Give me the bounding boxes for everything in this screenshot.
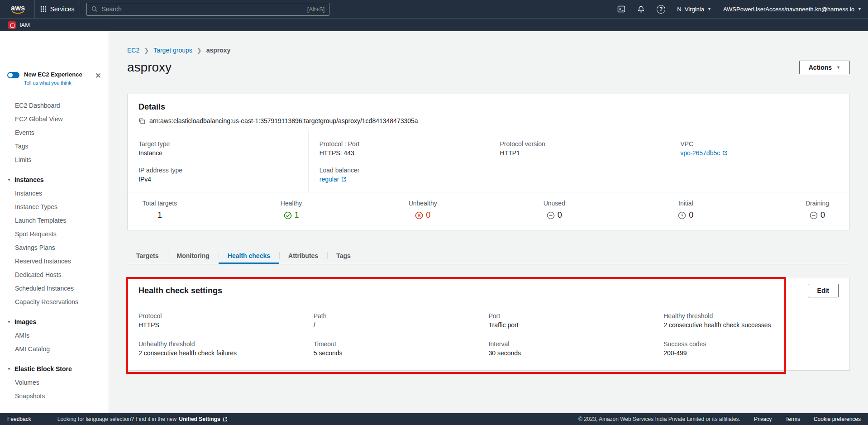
edit-label: Edit <box>817 287 829 294</box>
breadcrumb-ec2[interactable]: EC2 <box>127 47 139 54</box>
breadcrumb-current: asproxy <box>206 47 231 54</box>
search-shortcut-hint: [Alt+S] <box>307 6 325 13</box>
vpc-link[interactable]: vpc-2657db5c <box>680 149 720 157</box>
aws-logo[interactable]: aws <box>6 4 30 14</box>
field-label: Unhealthy threshold <box>138 340 314 348</box>
cookie-preferences-link[interactable]: Cookie preferences <box>814 416 861 422</box>
chevron-down-icon: ▼ <box>7 320 11 324</box>
field-label: Protocol version <box>500 140 658 148</box>
field-interval: Interval 30 seconds <box>489 340 664 357</box>
privacy-link[interactable]: Privacy <box>754 416 772 422</box>
copy-icon[interactable] <box>138 118 145 124</box>
field-label: VPC <box>680 140 839 148</box>
field-value: 30 seconds <box>489 349 664 357</box>
actions-button[interactable]: Actions ▼ <box>799 61 850 74</box>
tell-us-link[interactable]: Tell us what you think <box>24 80 82 86</box>
arn-value: arn:aws:elasticloadbalancing:us-east-1:3… <box>149 117 418 124</box>
field-ip-address-type: IP address type IPv4 <box>138 167 297 183</box>
tab-monitoring[interactable]: Monitoring <box>168 248 219 264</box>
tab-targets[interactable]: Targets <box>127 248 168 264</box>
favorites-bar: IAM <box>0 18 868 31</box>
sidebar-item-dedicated-hosts[interactable]: Dedicated Hosts <box>0 268 109 282</box>
sidebar-item-instance-types[interactable]: Instance Types <box>0 200 109 214</box>
sidebar-item-capacity-reservations[interactable]: Capacity Reservations <box>0 295 109 309</box>
feedback-link[interactable]: Feedback <box>7 416 31 422</box>
top-navigation: aws Services [Alt+S] ? <box>0 0 868 18</box>
unified-settings-link[interactable]: Unified Settings <box>179 416 220 422</box>
sidebar-item-ami-catalog[interactable]: AMI Catalog <box>0 342 109 356</box>
minus-circle-icon <box>547 211 555 220</box>
stat-healthy: Healthy 1 <box>272 200 311 220</box>
stat-initial: Initial 0 <box>666 200 705 220</box>
field-value: HTTP1 <box>500 149 658 157</box>
details-card: Details arn:aws:elasticloadbalancing:us-… <box>127 94 850 230</box>
sidebar-item-reserved-instances[interactable]: Reserved Instances <box>0 254 109 268</box>
load-balancer-link[interactable]: regular <box>320 176 339 183</box>
sidebar-item-amis[interactable]: AMIs <box>0 329 109 342</box>
sidebar-section-elastic-block-store[interactable]: ▼ Elastic Block Store <box>0 362 109 376</box>
stat-label: Draining <box>806 200 829 207</box>
iam-favorite-link[interactable]: IAM <box>19 22 30 29</box>
external-link-icon <box>722 150 728 156</box>
close-icon[interactable]: ✕ <box>95 72 101 80</box>
tab-attributes[interactable]: Attributes <box>279 248 327 264</box>
field-protocol-version: Protocol version HTTP1 <box>500 140 658 157</box>
search-input[interactable] <box>101 5 303 13</box>
clock-icon <box>678 211 686 220</box>
health-check-grid: Protocol HTTPS Path / Port Traffic port … <box>128 303 849 370</box>
stat-label: Unused <box>544 200 565 207</box>
cloudshell-icon <box>617 5 625 13</box>
sidebar-item-instances[interactable]: Instances <box>0 186 109 200</box>
help-icon: ? <box>657 5 665 14</box>
sidebar-item-events[interactable]: Events <box>0 126 109 139</box>
edit-button[interactable]: Edit <box>808 284 839 297</box>
aws-logo-text: aws <box>11 5 25 11</box>
region-selector[interactable]: N. Virginia ▼ <box>677 6 711 13</box>
sidebar-section-label: Elastic Block Store <box>14 365 72 372</box>
stat-label: Total targets <box>143 200 177 207</box>
chevron-down-icon: ▼ <box>858 7 862 11</box>
sidebar-item-ec2-dashboard[interactable]: EC2 Dashboard <box>0 99 109 112</box>
cloudshell-button[interactable] <box>617 5 625 13</box>
details-column-1: Target type Instance IP address type IPv… <box>128 131 308 192</box>
tab-tags[interactable]: Tags <box>327 248 360 264</box>
sidebar-section-images[interactable]: ▼ Images <box>0 315 109 329</box>
field-value: regular <box>320 176 478 183</box>
new-ec2-experience-text: New EC2 Experience Tell us what you thin… <box>24 71 82 86</box>
bell-icon <box>637 5 645 13</box>
footer-left: Feedback Looking for language selection?… <box>7 416 228 422</box>
services-menu-button[interactable]: Services <box>34 0 81 18</box>
sidebar-item-savings-plans[interactable]: Savings Plans <box>0 241 109 254</box>
sidebar-item-limits[interactable]: Limits <box>0 153 109 167</box>
sidebar-section-instances[interactable]: ▼ Instances <box>0 173 109 186</box>
field-load-balancer: Load balancer regular <box>320 167 478 183</box>
details-column-4: VPC vpc-2657db5c <box>669 131 849 192</box>
search-box[interactable]: [Alt+S] <box>86 3 329 16</box>
sidebar-item-scheduled-instances[interactable]: Scheduled Instances <box>0 282 109 295</box>
page-header: asproxy Actions ▼ <box>127 60 850 75</box>
field-value: Traffic port <box>489 321 664 329</box>
copyright-text: © 2023, Amazon Web Services India Privat… <box>578 416 740 422</box>
account-menu[interactable]: AWSPowerUserAccess/navaneeth.kn@harness.… <box>723 6 862 13</box>
sidebar-item-spot-requests[interactable]: Spot Requests <box>0 227 109 241</box>
x-circle-icon <box>415 211 423 220</box>
check-circle-icon <box>284 211 292 220</box>
breadcrumb-target-groups[interactable]: Target groups <box>153 47 192 54</box>
sidebar-item-ec2-global-view[interactable]: EC2 Global View <box>0 112 109 126</box>
field-label: Path <box>314 312 489 320</box>
health-check-header: Health check settings Edit <box>128 278 849 303</box>
sidebar-item-tags[interactable]: Tags <box>0 139 109 153</box>
field-label: Healthy threshold <box>663 312 839 320</box>
sidebar: New EC2 Experience Tell us what you thin… <box>0 31 109 413</box>
external-link-icon <box>341 177 347 182</box>
notifications-button[interactable] <box>637 5 645 13</box>
sidebar-item-launch-templates[interactable]: Launch Templates <box>0 214 109 227</box>
help-button[interactable]: ? <box>657 5 665 14</box>
search-icon <box>91 6 98 12</box>
top-nav-right: ? N. Virginia ▼ AWSPowerUserAccess/navan… <box>617 5 862 14</box>
sidebar-item-snapshots[interactable]: Snapshots <box>0 389 109 403</box>
new-ec2-experience-toggle[interactable] <box>7 72 19 78</box>
terms-link[interactable]: Terms <box>785 416 800 422</box>
sidebar-item-volumes[interactable]: Volumes <box>0 376 109 389</box>
tab-health-checks[interactable]: Health checks <box>219 248 279 264</box>
